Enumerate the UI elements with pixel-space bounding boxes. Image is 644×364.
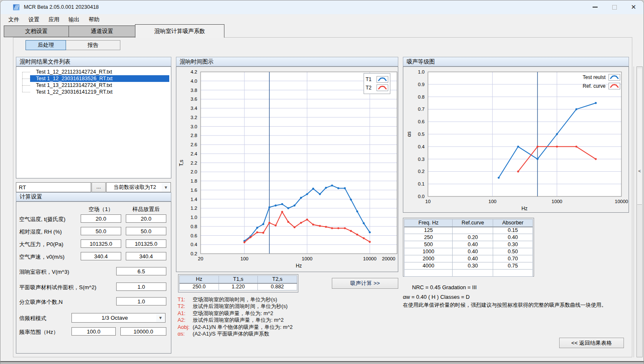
col-header-absorber: Absorber bbox=[493, 219, 533, 227]
close-button[interactable]: ✕ bbox=[624, 0, 643, 14]
app-icon bbox=[13, 4, 20, 11]
svg-text:0.5: 0.5 bbox=[418, 132, 425, 137]
ref-curve-icon bbox=[608, 83, 620, 89]
humidity-sample-input[interactable] bbox=[126, 227, 166, 235]
octave-mode-select[interactable]: 1/3 Octave ▼ bbox=[71, 313, 165, 323]
room-volume-input[interactable] bbox=[116, 267, 166, 275]
splitter-handle bbox=[637, 69, 642, 205]
menu-output[interactable]: 输出 bbox=[64, 14, 84, 24]
table-row[interactable]: 10000.400.50 bbox=[405, 248, 533, 255]
absorption-chart[interactable]: 0.00.10.20.30.40.50.60.70.80.91.01010010… bbox=[403, 66, 629, 213]
menu-apply[interactable]: 应用 bbox=[44, 14, 64, 24]
maximize-icon bbox=[612, 5, 617, 10]
svg-text:0.4: 0.4 bbox=[191, 242, 198, 247]
close-icon: ✕ bbox=[631, 3, 636, 11]
file-list-item[interactable]: Test 1_13_221123142724_RT.txt bbox=[30, 82, 169, 89]
file-list-item[interactable]: Test 1_22_230316141219_RT.txt bbox=[30, 89, 169, 95]
svg-text:4.2: 4.2 bbox=[191, 69, 197, 74]
col-header-freq: Freq. Hz bbox=[405, 219, 453, 227]
sound-speed-sample-input[interactable] bbox=[126, 252, 166, 260]
rt-chart-panel-header: 混响时间图示 bbox=[176, 57, 398, 66]
svg-text:0.2: 0.2 bbox=[418, 169, 425, 174]
subtab-report[interactable]: 报告 bbox=[66, 40, 120, 50]
svg-text:0.4: 0.4 bbox=[418, 144, 425, 149]
svg-text:2.2: 2.2 bbox=[191, 160, 197, 165]
svg-text:1.0: 1.0 bbox=[418, 69, 425, 74]
svg-text:T,s: T,s bbox=[178, 160, 184, 166]
svg-text:100: 100 bbox=[489, 199, 496, 204]
svg-text:10000: 10000 bbox=[363, 256, 377, 261]
tree-rail bbox=[22, 72, 23, 92]
octave-mode-value: 1/3 Octave bbox=[102, 315, 128, 321]
note-label: A2: bbox=[178, 317, 190, 323]
svg-text:0.0: 0.0 bbox=[418, 194, 425, 199]
menu-help[interactable]: 帮助 bbox=[84, 14, 104, 24]
svg-text:Hz: Hz bbox=[522, 206, 528, 211]
sound-speed-empty-input[interactable] bbox=[81, 252, 121, 260]
rt-result-table: Hz T1,s T2,s 250.0 1.220 0.882 bbox=[178, 274, 298, 293]
t1-curve-icon bbox=[377, 76, 388, 83]
svg-text:0.8: 0.8 bbox=[418, 94, 425, 99]
air-temp-empty-input[interactable] bbox=[81, 214, 121, 223]
col-header-hz: Hz bbox=[180, 276, 219, 283]
note-a1: A1:空场混响室的吸声量，单位为: m^2 bbox=[178, 310, 400, 317]
label-absorber-count: 分立吸声体个数,N bbox=[19, 298, 63, 306]
tab-reverb-absorption[interactable]: 混响室计算吸声系数 bbox=[135, 24, 224, 38]
data-read-select[interactable]: 当前数据读取为T2 ▼ bbox=[106, 182, 171, 192]
svg-text:2.0: 2.0 bbox=[191, 169, 197, 174]
table-row[interactable]: 250.0 1.220 0.882 bbox=[180, 283, 297, 290]
test-result-curve-icon bbox=[608, 74, 620, 81]
note-a2: A2:放试件后混响室的吸声量，单位为: m^2 bbox=[178, 317, 400, 323]
collapse-arrow-icon: < bbox=[637, 168, 642, 173]
sample-area-input[interactable] bbox=[116, 283, 166, 291]
absorption-chart-panel-header: 吸声等级图 bbox=[403, 57, 629, 66]
table-row[interactable]: 1250.15 bbox=[405, 227, 533, 234]
note-aobj: Aobj:(A2-A1)/N 单个物体的吸声量，单位为: m^2 bbox=[178, 324, 400, 331]
maximize-button[interactable] bbox=[605, 0, 624, 14]
table-row[interactable]: 5000.400.30 bbox=[405, 241, 533, 248]
browse-button[interactable]: ... bbox=[92, 182, 106, 192]
svg-text:αs: αs bbox=[406, 132, 412, 137]
rt-chart[interactable]: 0.20.40.60.81.01.21.41.61.82.02.22.42.62… bbox=[176, 66, 398, 272]
minimize-button[interactable] bbox=[585, 0, 605, 14]
note-label: Aobj: bbox=[178, 324, 190, 331]
tab-document-settings[interactable]: 文档设置 bbox=[4, 25, 69, 37]
absorber-count-input[interactable] bbox=[116, 297, 166, 305]
rt-name-input[interactable] bbox=[16, 182, 91, 192]
air-temp-sample-input[interactable] bbox=[126, 214, 166, 223]
svg-text:3.6: 3.6 bbox=[191, 97, 197, 102]
note-label: T2: bbox=[178, 303, 190, 310]
absorption-chart-legend: Test reulst Ref. curve bbox=[583, 73, 620, 90]
file-list-item-selected[interactable]: Test 1_12_230316183526_RT.txt bbox=[30, 75, 169, 82]
file-list-item[interactable]: Test 1_12_221123142724_RT.txt bbox=[30, 69, 169, 75]
svg-text:1.6: 1.6 bbox=[191, 188, 197, 193]
subtab-postprocess[interactable]: 后处理 bbox=[25, 40, 66, 50]
note-label: T1: bbox=[178, 296, 190, 303]
pressure-sample-input[interactable] bbox=[126, 239, 166, 248]
table-row[interactable]: 20000.400.70 bbox=[405, 255, 533, 262]
freq-min-input[interactable] bbox=[71, 327, 116, 336]
svg-text:0.2: 0.2 bbox=[191, 251, 197, 256]
menu-bar: 文件 设置 应用 输出 帮助 bbox=[0, 14, 644, 24]
label-sample-area: 平面吸声材料试件面积，S(m^2) bbox=[19, 284, 97, 291]
absorption-calc-button[interactable]: 吸声计算 >> bbox=[332, 278, 398, 289]
rt-file-list: Test 1_12_221123142724_RT.txt Test 1_12_… bbox=[16, 66, 171, 178]
label-room-volume: 混响室容积，V(m^3) bbox=[19, 268, 69, 276]
freq-max-input[interactable] bbox=[120, 327, 166, 336]
menu-file[interactable]: 文件 bbox=[4, 14, 24, 24]
tab-channel-settings[interactable]: 通道设置 bbox=[69, 25, 135, 37]
col-header-refcurve: Ref.curve bbox=[453, 219, 493, 227]
label-relative-humidity: 相对湿度, RH (%) bbox=[19, 228, 62, 236]
svg-text:0.8: 0.8 bbox=[191, 224, 197, 229]
file-list-panel-header: 混时间结果文件列表 bbox=[16, 57, 171, 66]
menu-settings[interactable]: 设置 bbox=[24, 14, 44, 24]
table-row[interactable]: 40000.300.75 bbox=[405, 262, 533, 270]
title-bar: MCR Beta 2.05.0.001 20230418 ✕ bbox=[0, 0, 644, 14]
table-row[interactable]: 2500.200.40 bbox=[405, 234, 533, 241]
note-label: A1: bbox=[178, 310, 190, 317]
pressure-empty-input[interactable] bbox=[81, 239, 121, 248]
humidity-empty-input[interactable] bbox=[81, 227, 121, 235]
back-to-results-button[interactable]: << 返回结果表格 bbox=[559, 338, 624, 348]
collapse-splitter[interactable]: < bbox=[636, 66, 643, 357]
svg-text:0.9: 0.9 bbox=[418, 82, 425, 87]
